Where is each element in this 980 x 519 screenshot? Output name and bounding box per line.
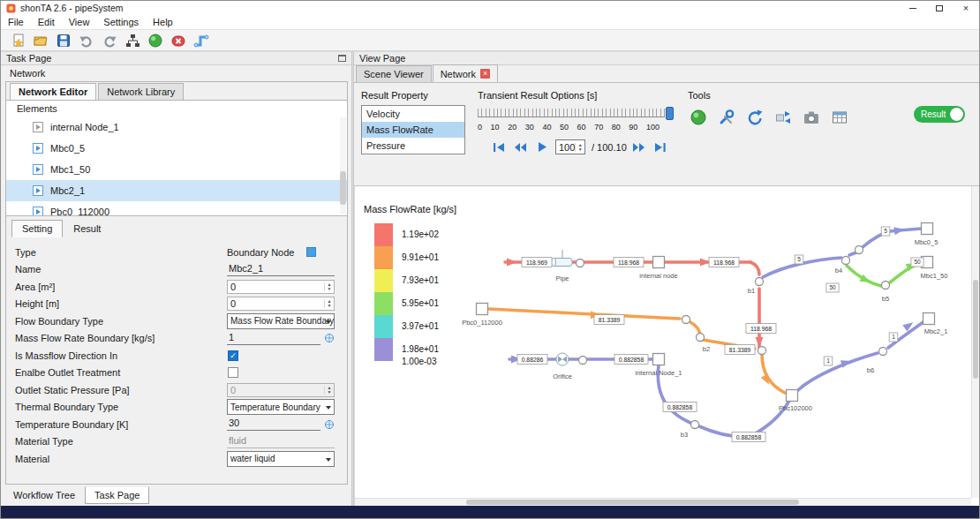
pipe-edge[interactable] [798, 353, 878, 390]
node-circle-b1[interactable] [756, 278, 764, 286]
save-icon[interactable] [54, 32, 72, 49]
run-tool-icon[interactable] [688, 108, 709, 127]
property-spinbox[interactable]: 0▲▼ [227, 280, 335, 294]
spinner-arrows-icon[interactable]: ▲▼ [324, 282, 334, 291]
function-icon[interactable] [324, 419, 335, 430]
canvas-vscrollbar[interactable] [971, 186, 979, 498]
pipe-edge[interactable] [863, 229, 921, 247]
property-checkbox[interactable]: ✓ [228, 350, 238, 361]
bottom-tab-task-page[interactable]: Task Page [85, 486, 149, 504]
view-tab-scene-viewer[interactable]: Scene Viewer [356, 65, 432, 82]
transfer-icon[interactable] [773, 108, 794, 127]
skip-start-button[interactable] [489, 139, 509, 154]
node-circle[interactable] [856, 246, 863, 254]
refresh-icon[interactable] [744, 108, 765, 127]
node-square-mbc2-1[interactable] [923, 313, 935, 325]
element-item-internal-node-1[interactable]: internal Node_1 [6, 117, 347, 138]
network-canvas[interactable]: Mass FlowRate [kg/s] 1.19e+029.91e+017.9… [355, 186, 971, 498]
menu-help[interactable]: Help [146, 16, 180, 28]
workflow-tree-icon[interactable] [123, 32, 141, 49]
view-page-header[interactable]: View Page [354, 51, 979, 65]
camera-icon[interactable] [801, 108, 822, 127]
property-spinbox[interactable]: 0▲▼ [227, 297, 335, 311]
menu-settings[interactable]: Settings [96, 16, 146, 28]
time-slider[interactable] [478, 107, 674, 120]
minimize-button[interactable] [900, 1, 926, 15]
toggle-knob[interactable] [950, 108, 963, 121]
open-folder-icon[interactable] [31, 32, 49, 49]
property-select[interactable]: Temperature Boundary [227, 399, 335, 415]
pipe-edge[interactable] [489, 309, 680, 319]
element-item-pbc0-112000[interactable]: Pbc0_112000 [6, 201, 347, 216]
pipe-component-icon[interactable] [552, 250, 572, 267]
result-option-velocity[interactable]: Velocity [362, 106, 464, 122]
tab-result[interactable]: Result [63, 220, 111, 237]
node-circle[interactable] [577, 260, 584, 267]
property-select[interactable]: Mass Flow Rate Boundary [227, 313, 335, 329]
pipe-edge[interactable] [762, 354, 785, 393]
tab-network-library[interactable]: Network Library [98, 83, 184, 100]
node-circle[interactable] [758, 347, 766, 355]
node-square-internal-node[interactable] [653, 257, 665, 268]
canvas-hscrollbar[interactable] [355, 498, 971, 506]
tab-setting[interactable]: Setting [11, 220, 63, 237]
pipe-edge[interactable] [750, 262, 759, 275]
slider-handle[interactable] [666, 107, 674, 120]
seek-forward-button[interactable] [629, 139, 649, 154]
float-icon[interactable] [338, 55, 346, 62]
stop-icon[interactable] [169, 32, 187, 49]
spinner-arrows-icon[interactable]: ▲▼ [575, 143, 584, 152]
orifice-component-icon[interactable] [556, 353, 569, 365]
spinner-arrows-icon[interactable]: ▲▼ [324, 386, 334, 395]
new-icon[interactable] [8, 32, 26, 49]
skip-end-button[interactable] [652, 139, 671, 154]
result-toggle[interactable]: Result [914, 106, 965, 123]
element-item-mbc0-5[interactable]: Mbc0_5 [6, 138, 347, 159]
property-field[interactable]: 1 [227, 332, 320, 345]
scrollbar-thumb[interactable] [340, 171, 346, 205]
node-square-mbc0-5[interactable] [922, 223, 933, 235]
close-tab-icon[interactable]: × [480, 69, 490, 79]
scrollbar-thumb[interactable] [466, 500, 799, 505]
pipe-network-icon[interactable] [192, 32, 210, 49]
menu-view[interactable]: View [62, 16, 97, 28]
node-circle-b2[interactable] [697, 334, 705, 342]
node-square-pbc102000[interactable] [787, 390, 798, 402]
result-option-mass-flowrate[interactable]: Mass FlowRate [362, 122, 464, 138]
menu-edit[interactable]: Edit [31, 16, 62, 28]
result-option-pressure[interactable]: Pressure [362, 138, 464, 154]
property-field[interactable]: 30 [227, 417, 320, 431]
table-icon[interactable] [829, 108, 850, 127]
element-item-mbc1-50[interactable]: Mbc1_50 [6, 159, 347, 180]
menu-file[interactable]: File [1, 16, 31, 28]
property-select[interactable]: water liquid [227, 451, 335, 467]
time-spinbox[interactable]: 100 ▲▼ [555, 139, 585, 154]
scrollbar-thumb[interactable] [973, 280, 978, 379]
undo-icon[interactable] [77, 32, 95, 49]
node-square-internal-node-1[interactable] [653, 354, 665, 365]
element-item-mbc2-1[interactable]: Mbc2_1 [6, 180, 347, 201]
run-icon[interactable] [146, 32, 164, 49]
view-tab-network[interactable]: Network× [433, 64, 498, 82]
close-button[interactable]: × [953, 1, 979, 15]
node-circle-b4[interactable] [842, 257, 850, 265]
node-circle-b6[interactable] [879, 348, 887, 356]
play-button[interactable] [533, 139, 553, 154]
redo-icon[interactable] [100, 32, 118, 49]
function-icon[interactable] [324, 333, 335, 343]
bottom-tab-workflow-tree[interactable]: Workflow Tree [4, 486, 85, 504]
node-circle-b5[interactable] [882, 282, 890, 290]
pipe-edge[interactable] [849, 252, 856, 255]
property-checkbox[interactable] [228, 367, 238, 378]
node-circle-b3[interactable] [691, 421, 699, 429]
seek-back-button[interactable] [511, 139, 531, 154]
maximize-button[interactable] [926, 1, 953, 15]
elements-scrollbar[interactable] [340, 117, 346, 214]
spinner-arrows-icon[interactable]: ▲▼ [324, 299, 334, 308]
node-circle[interactable] [682, 316, 690, 324]
node-circle[interactable] [579, 357, 587, 365]
settings-tool-icon[interactable] [716, 108, 737, 127]
property-field[interactable]: Mbc2_1 [227, 263, 335, 276]
tab-network-editor[interactable]: Network Editor [10, 83, 96, 100]
time-value[interactable]: 100 [556, 142, 575, 153]
